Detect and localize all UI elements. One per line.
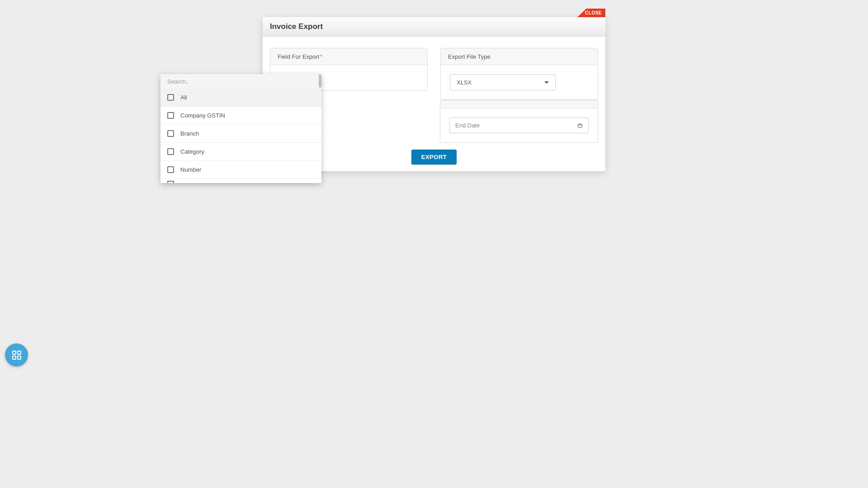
export-file-type-label: Export File Type: [448, 53, 491, 60]
checkbox-icon: [167, 181, 174, 183]
required-asterisk: *: [320, 54, 322, 59]
export-button-label: EXPORT: [421, 154, 447, 160]
option-label: Company GSTIN: [180, 112, 225, 119]
end-date-placeholder: End Date: [455, 122, 480, 129]
field-for-export-header: Field For Export *: [270, 48, 427, 65]
field-for-export-label: Field For Export: [278, 53, 319, 60]
option-label: Category: [180, 148, 204, 155]
option-all[interactable]: All: [160, 89, 321, 107]
end-date-input[interactable]: End Date: [449, 117, 589, 133]
option-number[interactable]: Number: [160, 161, 321, 179]
dropdown-search: [160, 74, 321, 89]
scrollbar-thumb[interactable]: [319, 74, 321, 88]
modal-header: Invoice Export: [263, 17, 605, 37]
option-label: Branch: [180, 130, 199, 137]
export-button[interactable]: EXPORT: [411, 150, 457, 164]
option-category[interactable]: Category: [160, 143, 321, 161]
file-type-value: XLSX: [457, 79, 472, 86]
option-label: All: [180, 94, 187, 101]
close-button[interactable]: CLOSE: [577, 9, 605, 17]
grid-icon: [11, 350, 22, 361]
chevron-down-icon: [544, 81, 549, 84]
field-dropdown-panel: All Company GSTIN Branch Category Number: [160, 74, 321, 183]
export-file-type-header: Export File Type: [441, 48, 598, 65]
option-partial[interactable]: [160, 179, 321, 183]
checkbox-icon: [167, 166, 174, 173]
checkbox-icon: [167, 130, 174, 137]
option-list: All Company GSTIN Branch Category Number: [160, 89, 321, 183]
close-label: CLOSE: [585, 10, 602, 15]
calendar-icon: [577, 123, 583, 128]
svg-rect-6: [13, 356, 16, 359]
modal-title: Invoice Export: [270, 22, 323, 31]
dropdown-search-input[interactable]: [160, 74, 318, 89]
svg-rect-5: [18, 351, 21, 354]
export-file-type-card: Export File Type XLSX: [440, 48, 598, 100]
end-date-card: End Date: [440, 100, 598, 143]
export-file-type-body: XLSX: [441, 65, 598, 99]
svg-rect-4: [13, 351, 16, 354]
checkbox-icon: [167, 94, 174, 101]
checkbox-icon: [167, 112, 174, 119]
svg-rect-7: [18, 356, 21, 359]
file-type-select[interactable]: XLSX: [450, 74, 556, 90]
end-date-card-body: End Date: [440, 108, 598, 142]
end-date-card-header: [440, 100, 598, 108]
apps-fab[interactable]: [5, 343, 28, 366]
option-label: Number: [180, 166, 201, 173]
option-company-gstin[interactable]: Company GSTIN: [160, 107, 321, 125]
checkbox-icon: [167, 148, 174, 155]
option-branch[interactable]: Branch: [160, 125, 321, 143]
svg-rect-0: [578, 124, 582, 127]
